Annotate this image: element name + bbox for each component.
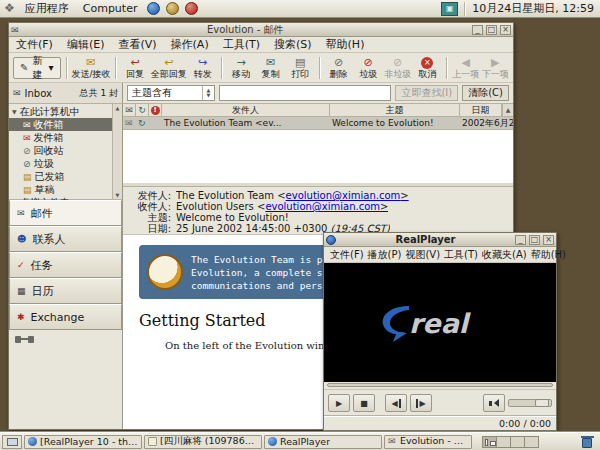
tree-scrollbar[interactable]: ▲ ▼ <box>112 104 122 199</box>
cancel-button[interactable]: × 取消 <box>414 57 442 79</box>
delete-button[interactable]: ⊘ 删除 <box>325 57 353 79</box>
notification-applet-icon[interactable]: ▣ <box>441 2 458 16</box>
outbox-icon: ✉ <box>23 133 31 143</box>
message-list: ✉ ↻ The Evolution Team <ev... Welcome to… <box>123 117 513 183</box>
rp-menu-play[interactable]: 播放(P) <box>366 247 404 263</box>
realplayer-window-icon <box>326 235 336 245</box>
rp-menu-favorites[interactable]: 收藏夹(A) <box>480 247 529 263</box>
search-criteria-dropdown[interactable]: 主题含有 ▲▼ <box>127 85 215 101</box>
computer-menu[interactable]: Computer <box>79 2 142 15</box>
next-clip-button[interactable]: ▶ <box>410 394 432 412</box>
browser-launcher-icon[interactable] <box>147 2 160 15</box>
search-input[interactable] <box>219 85 391 101</box>
folder-outbox[interactable]: ✉ 发件箱 <box>9 131 112 144</box>
from-email-link[interactable]: evolution@ximian.com <box>277 190 408 201</box>
menu-view[interactable]: 查看(V) <box>111 36 163 53</box>
reply-button[interactable]: ↩ 回复 <box>121 57 149 79</box>
task-realplayer[interactable]: RealPlayer <box>264 435 382 449</box>
previous-clip-button[interactable]: ◀ <box>385 394 407 412</box>
move-button[interactable]: → 移动 <box>227 57 255 79</box>
print-button[interactable]: ▤ 打印 <box>286 57 314 79</box>
tree-group-on-this-computer[interactable]: ▼ 在此计算机中 <box>9 105 112 118</box>
to-label: 收件人: <box>129 201 171 212</box>
reply-all-icon: ↩ <box>164 57 173 69</box>
maximize-icon[interactable]: □ <box>529 235 540 245</box>
task-browser-realplayer-page[interactable]: [RealPlayer 10 - the best a <box>24 435 142 449</box>
row-sender: The Evolution Team <ev... <box>162 118 330 128</box>
switcher-exchange-button[interactable]: ✱ Exchange <box>9 304 122 330</box>
realplayer-launcher-icon[interactable] <box>185 2 198 15</box>
expander-icon[interactable]: ▼ <box>12 108 17 115</box>
task-sichuan-mahjong[interactable]: [四川麻将 (1097863500)] <box>144 435 262 449</box>
minimize-icon[interactable]: _ <box>472 25 483 35</box>
clear-button[interactable]: 清除(C) <box>462 85 509 101</box>
workspace-2[interactable] <box>496 436 511 448</box>
reply-all-button[interactable]: ↩ 全部回复 <box>151 57 187 79</box>
workspace-1[interactable] <box>482 436 497 448</box>
maximize-icon[interactable]: □ <box>486 25 497 35</box>
column-sender[interactable]: 发件人 <box>162 104 330 116</box>
copy-button[interactable]: ✉ 复制 <box>257 57 285 79</box>
column-score-icon[interactable]: ↻ <box>136 104 149 116</box>
workspace-3[interactable] <box>510 436 525 448</box>
scroll-down-icon[interactable]: ▼ <box>116 192 120 198</box>
playback-controls: ▶ ■ ◀ ▶ <box>324 390 556 416</box>
evolution-window-title: Evolution - 邮件 <box>22 23 469 37</box>
menu-edit[interactable]: 编辑(E) <box>60 36 112 53</box>
folder-junk[interactable]: ⊘ 垃圾 <box>9 157 112 170</box>
folder-trash[interactable]: ⊘ 回收站 <box>9 144 112 157</box>
menu-actions[interactable]: 操作(A) <box>164 36 216 53</box>
menu-file[interactable]: 文件(F) <box>9 36 60 53</box>
switcher-contacts-button[interactable]: ☻ 联系人 <box>9 226 122 252</box>
rp-menu-help[interactable]: 帮助(H) <box>529 247 568 263</box>
menu-search[interactable]: 搜索(S) <box>267 36 319 53</box>
to-email-link[interactable]: evolution@ximian.com <box>257 201 388 212</box>
rp-menu-tools[interactable]: 工具(T) <box>442 247 480 263</box>
menu-tools[interactable]: 工具(T) <box>216 36 267 53</box>
column-date[interactable]: 日期 <box>460 104 502 116</box>
gnome-menu-icon[interactable]: ❖ <box>4 2 15 15</box>
panel-separator <box>464 2 466 16</box>
play-button[interactable]: ▶ <box>328 394 350 412</box>
switcher-calendar-button[interactable]: ▦ 日历 <box>9 278 122 304</box>
applications-menu[interactable]: 应用程序 <box>21 1 73 16</box>
task-evolution[interactable]: ✉ Evolution - 邮件 <box>384 435 472 449</box>
folder-sent[interactable]: ▤ 已发箱 <box>9 170 112 183</box>
folder-header: ✉ Inbox 总共 1 封 <box>9 83 123 103</box>
show-desktop-button[interactable] <box>2 435 22 449</box>
seek-bar[interactable] <box>324 382 556 390</box>
column-subject[interactable]: 主题 <box>330 104 460 116</box>
connection-status[interactable] <box>9 330 122 348</box>
realplayer-titlebar[interactable]: RealPlayer _ □ × <box>324 233 556 247</box>
folder-inbox[interactable]: ✉ 收件箱 <box>9 118 112 131</box>
new-button[interactable]: ✎ 新建 ▾ <box>13 57 61 79</box>
switcher-mail-button[interactable]: ✉ 邮件 <box>9 200 122 226</box>
column-status-icon[interactable]: ✉ <box>123 104 136 116</box>
software-launcher-icon[interactable] <box>166 2 179 15</box>
switcher-tasks-button[interactable]: ✓ 任务 <box>9 252 122 278</box>
volume-handle[interactable] <box>535 399 549 407</box>
stop-button[interactable]: ■ <box>353 394 375 412</box>
row-subject: Welcome to Evolution! <box>330 118 460 128</box>
mute-button[interactable] <box>483 394 505 412</box>
rp-menu-file[interactable]: 文件(F) <box>328 247 366 263</box>
minimize-icon[interactable]: _ <box>515 235 526 245</box>
clock-applet[interactable]: 10月24日星期日, 12:59 <box>472 1 596 16</box>
search-row: ✉ Inbox 总共 1 封 主题含有 ▲▼ 立即查找(I) 清除(C) <box>9 83 513 104</box>
menu-help[interactable]: 帮助(H) <box>319 36 372 53</box>
junk-button[interactable]: ⊘ 垃圾 <box>354 57 382 79</box>
rp-menu-view[interactable]: 视图(V) <box>403 247 442 263</box>
evolution-titlebar[interactable]: ✉ Evolution - 邮件 _ □ × <box>9 23 513 37</box>
folder-drafts[interactable]: ▤ 草稿 <box>9 183 112 196</box>
close-icon[interactable]: × <box>500 25 511 35</box>
forward-button[interactable]: ↪ 转发 <box>189 57 217 79</box>
column-important-icon[interactable]: ! <box>149 104 162 116</box>
send-receive-button[interactable]: ✉ 发送/接收 <box>71 57 110 79</box>
list-scrollbar-up-icon[interactable]: ▲ <box>502 104 513 116</box>
close-icon[interactable]: × <box>543 235 554 245</box>
scroll-up-icon[interactable]: ▲ <box>116 105 120 111</box>
volume-slider[interactable] <box>508 399 552 407</box>
trash-applet-icon[interactable] <box>581 435 594 449</box>
message-row[interactable]: ✉ ↻ The Evolution Team <ev... Welcome to… <box>123 117 513 130</box>
workspace-4[interactable] <box>524 436 539 448</box>
